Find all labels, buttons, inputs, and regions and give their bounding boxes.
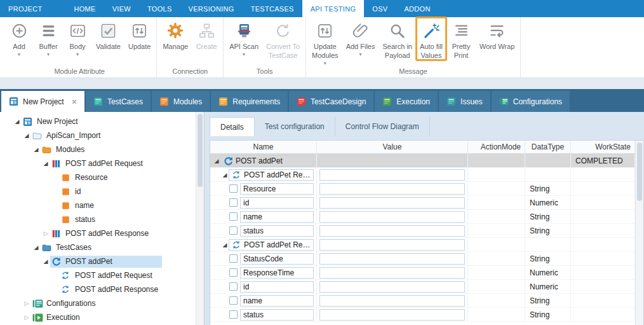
grid-actionmode-cell[interactable] <box>468 224 525 238</box>
row-checkbox[interactable] <box>229 254 238 263</box>
tree-item-configurations[interactable]: ▷Configurations <box>0 296 196 310</box>
tree-scrollbar[interactable] <box>196 112 204 325</box>
ribbon-button-auto-fill-values[interactable]: Auto fill Values <box>416 17 446 60</box>
details-tab-control-flow-diagram[interactable]: Control Flow Diagram <box>335 117 430 136</box>
grid-actionmode-cell[interactable] <box>468 280 525 294</box>
value-cell-box[interactable] <box>319 169 465 181</box>
ribbon-button-validate[interactable]: Validate <box>92 17 124 52</box>
tree-item-status[interactable]: status <box>0 212 196 226</box>
ribbon-button-api-scan[interactable]: API Scan▾ <box>225 17 262 57</box>
expander-icon[interactable]: ▷ <box>41 230 50 237</box>
value-cell-box[interactable] <box>319 183 465 195</box>
column-header-actionmode[interactable]: ActionMode <box>468 141 525 153</box>
grid-actionmode-cell[interactable] <box>468 196 525 210</box>
grid-workstate-cell[interactable] <box>571 168 635 182</box>
menu-item-versioning[interactable]: VERSIONING <box>180 0 243 17</box>
menu-item-addon[interactable]: ADDON <box>396 0 438 17</box>
grid-row-id[interactable]: idNumeric <box>210 196 635 210</box>
tab-new-project[interactable]: New Project× <box>1 91 84 112</box>
grid-value-cell[interactable] <box>317 154 468 168</box>
grid-row-resource[interactable]: ResourceString <box>210 182 635 196</box>
name-cell-box[interactable]: name <box>240 211 314 223</box>
name-cell-box[interactable]: POST addPet <box>220 155 314 167</box>
value-cell-box[interactable] <box>319 211 465 223</box>
tree-item-execution[interactable]: ▷Execution <box>0 310 196 324</box>
value-cell-box[interactable] <box>319 267 465 279</box>
expander-icon[interactable]: ◢ <box>22 132 31 139</box>
grid-datatype-cell[interactable]: Numeric <box>525 196 571 210</box>
grid-datatype-cell[interactable]: String <box>525 308 571 322</box>
grid-datatype-cell[interactable]: String <box>525 294 571 308</box>
column-header-name[interactable]: Name <box>210 141 317 153</box>
grid-workstate-cell[interactable] <box>571 252 635 266</box>
grid-datatype-cell[interactable]: Numeric <box>525 280 571 294</box>
grid-row-status[interactable]: statusString <box>210 308 635 322</box>
tree-item-id[interactable]: id <box>0 184 196 198</box>
grid-row-name[interactable]: nameString <box>210 294 635 308</box>
grid-workstate-cell[interactable] <box>571 210 635 224</box>
tab-configurations[interactable]: Configurations <box>492 91 570 112</box>
ribbon-button-update-modules[interactable]: Update Modules▾ <box>308 17 342 66</box>
tree-item-testcases[interactable]: ◢TestCases <box>0 240 196 254</box>
grid-workstate-cell[interactable] <box>571 196 635 210</box>
grid-actionmode-cell[interactable] <box>468 308 525 322</box>
grid-row-name[interactable]: nameString <box>210 210 635 224</box>
tree-item-apiscan-import[interactable]: ◢ApiScan_Import <box>0 128 196 142</box>
grid-row-post-addpet-resp[interactable]: ◢POST addPet Resp... <box>210 238 635 252</box>
grid-datatype-cell[interactable]: String <box>525 224 571 238</box>
grid-actionmode-cell[interactable] <box>468 168 525 182</box>
grid-datatype-cell[interactable]: Numeric <box>525 266 571 280</box>
grid-datatype-cell[interactable]: String <box>525 210 571 224</box>
ribbon-button-search-in-payload[interactable]: Search in Payload <box>379 17 415 60</box>
name-cell-box[interactable]: ResponseTime <box>240 267 314 279</box>
expander-icon[interactable]: ▷ <box>22 300 31 307</box>
grid-row-responsetime[interactable]: ResponseTimeNumeric <box>210 266 635 280</box>
grid-datatype-cell[interactable] <box>525 154 571 168</box>
row-checkbox[interactable] <box>229 310 238 319</box>
grid-value-cell[interactable] <box>317 224 468 238</box>
ribbon-button-word-wrap[interactable]: Word Wrap <box>476 17 518 52</box>
expander-icon[interactable]: ◢ <box>221 242 229 248</box>
grid-actionmode-cell[interactable] <box>468 154 525 168</box>
grid-row-statuscode[interactable]: StatusCodeString <box>210 252 635 266</box>
menu-item-view[interactable]: VIEW <box>104 0 139 17</box>
row-checkbox[interactable] <box>229 184 238 193</box>
details-tab-test-configuration[interactable]: Test configuration <box>255 117 335 136</box>
expander-icon[interactable]: ◢ <box>32 146 41 153</box>
grid-workstate-cell[interactable] <box>571 224 635 238</box>
expander-icon[interactable]: ◢ <box>41 258 50 265</box>
menu-item-project[interactable]: PROJECT <box>0 0 50 17</box>
ribbon-button-add[interactable]: Add▾ <box>4 17 34 57</box>
grid-datatype-cell[interactable]: String <box>525 252 571 266</box>
value-cell-box[interactable] <box>319 197 465 209</box>
grid-actionmode-cell[interactable] <box>468 294 525 308</box>
ribbon-button-pretty-print[interactable]: Pretty Print <box>446 17 476 60</box>
grid-datatype-cell[interactable]: String <box>525 182 571 196</box>
menu-item-osv[interactable]: OSV <box>364 0 396 17</box>
grid-actionmode-cell[interactable] <box>468 252 525 266</box>
details-tab-details[interactable]: Details <box>210 117 255 136</box>
grid-workstate-cell[interactable] <box>571 266 635 280</box>
grid-value-cell[interactable] <box>317 196 468 210</box>
close-icon[interactable]: × <box>72 97 77 106</box>
tree-item-post-addpet-response[interactable]: POST addPet Response <box>0 282 196 296</box>
tree-scrollbar-thumb[interactable] <box>198 114 203 187</box>
grid-row-post-addpet-requ[interactable]: ◢POST addPet Requ... <box>210 168 635 182</box>
name-cell-box[interactable]: POST addPet Requ... <box>229 169 314 181</box>
name-cell-box[interactable]: id <box>240 281 314 293</box>
name-cell-box[interactable]: name <box>240 295 314 307</box>
column-header-value[interactable]: Value <box>317 141 468 153</box>
value-cell-box[interactable] <box>319 295 465 307</box>
grid-value-cell[interactable] <box>317 238 468 252</box>
column-header-workstate[interactable]: WorkState <box>571 141 635 153</box>
ribbon-button-update[interactable]: Update <box>124 17 154 52</box>
grid-workstate-cell[interactable]: COMPLETED <box>571 154 635 168</box>
row-checkbox[interactable] <box>229 198 238 207</box>
ribbon-button-buffer[interactable]: Buffer▾ <box>34 17 63 57</box>
menu-item-api-testing[interactable]: API TESTING <box>302 0 365 17</box>
ribbon-button-add-files[interactable]: Add Files▾ <box>342 17 379 57</box>
tree-item-post-addpet[interactable]: ◢POST addPet <box>0 254 196 268</box>
ribbon-button-manage[interactable]: Manage <box>159 17 192 52</box>
menu-item-home[interactable]: HOME <box>65 0 104 17</box>
grid-row-id[interactable]: idNumeric <box>210 280 635 294</box>
